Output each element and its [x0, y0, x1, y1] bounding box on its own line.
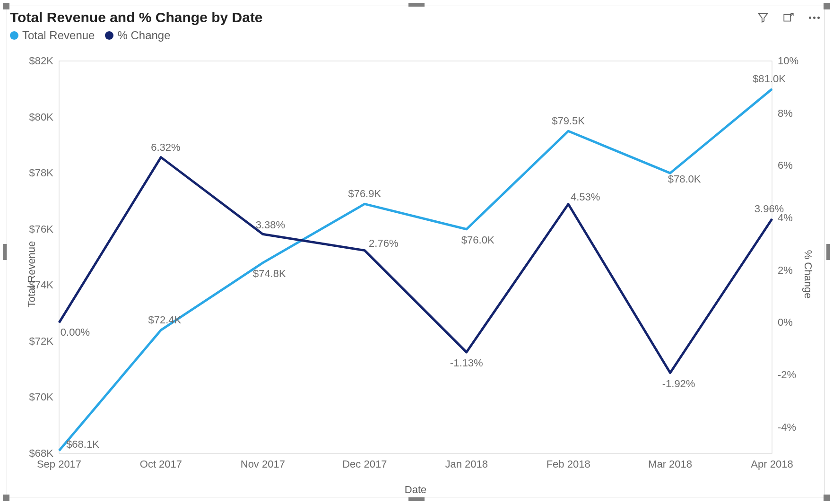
- y2-tick-label: 2%: [778, 264, 793, 276]
- more-options-icon: [809, 17, 820, 19]
- resize-handle-w[interactable]: [3, 244, 7, 260]
- data-label-change: 2.76%: [369, 237, 398, 249]
- y1-tick-label: $70K: [29, 391, 54, 403]
- data-label-revenue: $74.8K: [253, 268, 286, 279]
- resize-handle-n[interactable]: [408, 3, 425, 7]
- y1-tick-label: $82K: [29, 55, 54, 67]
- filter-icon: [757, 11, 769, 24]
- svg-rect-0: [784, 15, 790, 21]
- title-row: Total Revenue and % Change by Date: [10, 7, 821, 28]
- x-axis-title: Date: [405, 484, 426, 496]
- resize-handle-s[interactable]: [408, 497, 425, 501]
- chart-visual[interactable]: Total Revenue and % Change by Date: [7, 6, 824, 497]
- data-label-revenue: $76.9K: [348, 188, 381, 200]
- data-label-revenue: $79.5K: [552, 115, 585, 127]
- y2-tick-label: 0%: [778, 316, 793, 328]
- chart-svg: $68K$70K$72K$74K$76K$78K$80K$82K-4%-2%0%…: [7, 52, 824, 496]
- data-label-change: -1.92%: [662, 378, 695, 390]
- more-options-button[interactable]: [807, 10, 821, 25]
- y2-tick-label: 6%: [778, 159, 793, 171]
- x-tick-label: Mar 2018: [648, 458, 692, 470]
- legend: Total Revenue % Change: [10, 29, 171, 42]
- y2-tick-label: 8%: [778, 107, 793, 119]
- data-label-change: 0.00%: [61, 326, 90, 338]
- chart-title: Total Revenue and % Change by Date: [10, 9, 263, 26]
- resize-handle-nw[interactable]: [3, 3, 9, 9]
- data-label-revenue: $78.0K: [668, 173, 701, 185]
- visual-frame: Total Revenue and % Change by Date: [0, 0, 833, 504]
- data-label-revenue: $68.1K: [66, 438, 99, 450]
- x-tick-label: Dec 2017: [342, 458, 387, 470]
- legend-item-percent-change[interactable]: % Change: [105, 29, 170, 42]
- legend-swatch: [105, 31, 113, 40]
- y1-tick-label: $72K: [29, 335, 54, 347]
- x-tick-label: Sep 2017: [37, 458, 81, 470]
- y1-tick-label: $68K: [29, 447, 54, 459]
- resize-handle-ne[interactable]: [824, 3, 830, 9]
- visual-toolbar: [756, 10, 821, 25]
- x-tick-label: Feb 2018: [547, 458, 590, 470]
- data-label-revenue: $81.0K: [753, 73, 786, 85]
- x-tick-label: Apr 2018: [751, 458, 793, 470]
- legend-label: Total Revenue: [22, 29, 95, 42]
- focus-mode-button[interactable]: [781, 10, 796, 25]
- focus-mode-icon: [782, 11, 795, 24]
- y2-tick-label: -2%: [778, 369, 796, 381]
- data-label-change: 6.32%: [151, 141, 180, 153]
- chart-area: Total Revenue % Change Date $68K$70K$72K…: [7, 52, 824, 497]
- data-label-change: -1.13%: [450, 357, 483, 369]
- legend-item-total-revenue[interactable]: Total Revenue: [10, 29, 95, 42]
- x-tick-label: Jan 2018: [445, 458, 488, 470]
- legend-swatch: [10, 31, 18, 40]
- legend-label: % Change: [117, 29, 170, 42]
- x-tick-label: Nov 2017: [241, 458, 285, 470]
- data-label-change: 4.53%: [571, 191, 600, 203]
- filter-button[interactable]: [756, 10, 770, 25]
- y2-tick-label: 10%: [778, 55, 798, 67]
- resize-handle-sw[interactable]: [3, 495, 9, 501]
- resize-handle-e[interactable]: [826, 244, 830, 260]
- y1-tick-label: $78K: [29, 167, 54, 179]
- y2-tick-label: -4%: [778, 421, 796, 433]
- data-label-revenue: $76.0K: [461, 234, 495, 246]
- y2-axis-title: % Change: [802, 250, 815, 299]
- resize-handle-se[interactable]: [824, 495, 830, 501]
- data-label-revenue: $72.4K: [148, 314, 182, 326]
- svg-rect-2: [59, 61, 772, 453]
- x-tick-label: Oct 2017: [140, 458, 182, 470]
- y1-tick-label: $80K: [29, 111, 54, 123]
- y1-tick-label: $76K: [29, 223, 54, 235]
- data-label-change: 3.96%: [755, 203, 784, 215]
- y1-axis-title: Total Revenue: [26, 241, 38, 308]
- data-label-change: 3.38%: [256, 219, 285, 231]
- line-percent-change[interactable]: [59, 157, 772, 373]
